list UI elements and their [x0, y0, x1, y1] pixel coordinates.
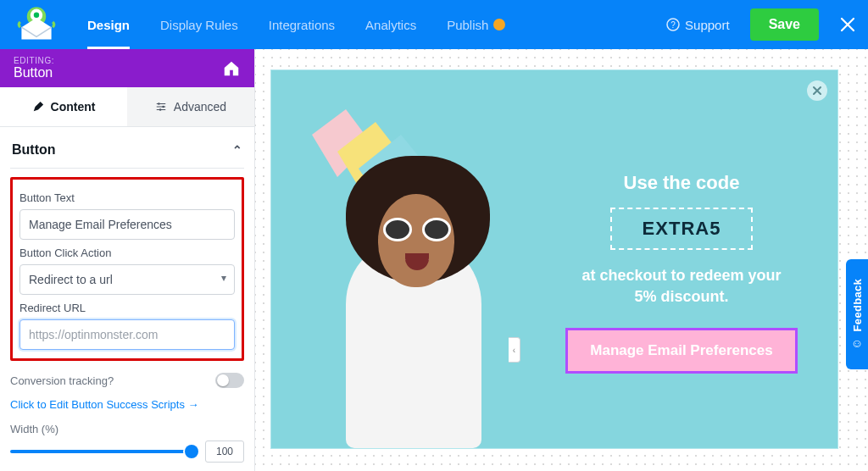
- home-button[interactable]: [222, 59, 241, 78]
- brand-logo[interactable]: [0, 0, 72, 49]
- side-panel: EDITING: Button Content Advanced Button …: [0, 49, 255, 471]
- tab-label: Display Rules: [160, 18, 238, 32]
- main-area: EDITING: Button Content Advanced Button …: [0, 49, 868, 471]
- tab-label: Integrations: [269, 18, 335, 32]
- tab-publish[interactable]: Publish: [431, 0, 520, 49]
- width-slider[interactable]: [10, 450, 197, 453]
- tab-integrations[interactable]: Integrations: [253, 0, 350, 49]
- editing-small-label: EDITING:: [14, 56, 54, 65]
- click-action-label: Button Click Action: [19, 247, 235, 259]
- click-action-select[interactable]: [19, 264, 235, 295]
- section-button-header[interactable]: Button ⌃: [10, 139, 244, 169]
- close-editor-button[interactable]: [827, 0, 868, 49]
- campaign-subtext: at checkout to redeem your 5% discount.: [546, 265, 817, 308]
- nav-tabs: Design Display Rules Integrations Analyt…: [72, 0, 520, 49]
- section-title-text: Button: [12, 142, 56, 158]
- pencil-icon: [32, 101, 44, 113]
- support-label: Support: [685, 18, 730, 32]
- campaign-preview[interactable]: Use the code EXTRA5 at checkout to redee…: [270, 69, 838, 449]
- svg-point-7: [159, 108, 162, 111]
- feedback-label: Feedback: [851, 279, 864, 331]
- svg-point-5: [158, 103, 160, 105]
- chevron-up-icon: ⌃: [232, 143, 242, 157]
- button-text-input[interactable]: [19, 209, 235, 240]
- redirect-url-label: Redirect URL: [19, 302, 235, 314]
- side-tab-label: Content: [51, 100, 96, 114]
- tab-analytics[interactable]: Analytics: [350, 0, 431, 49]
- preview-canvas[interactable]: ‹ Use the code EXTRA5: [255, 49, 868, 471]
- tab-label: Design: [87, 18, 130, 32]
- side-tabs: Content Advanced: [0, 87, 254, 128]
- campaign-sub-line2: 5% discount.: [634, 288, 728, 305]
- campaign-close-button[interactable]: [807, 80, 827, 101]
- close-icon: [812, 86, 822, 96]
- campaign-headline: Use the code: [546, 172, 817, 194]
- svg-text:?: ?: [670, 20, 676, 30]
- campaign-copy-column: Use the code EXTRA5 at checkout to redee…: [546, 172, 817, 374]
- campaign-hero-image: [278, 109, 532, 448]
- save-button[interactable]: Save: [750, 8, 819, 41]
- conversion-tracking-toggle[interactable]: [215, 373, 244, 388]
- help-circle-icon: ?: [666, 18, 680, 31]
- side-tab-content[interactable]: Content: [0, 87, 127, 127]
- button-text-label: Button Text: [19, 191, 235, 204]
- editing-header: EDITING: Button: [0, 49, 254, 87]
- smiley-icon: ☺: [851, 336, 863, 350]
- tab-label: Publish: [447, 18, 488, 32]
- tab-display-rules[interactable]: Display Rules: [145, 0, 253, 49]
- success-scripts-link[interactable]: Click to Edit Button Success Scripts →: [10, 398, 199, 411]
- tab-label: Analytics: [365, 18, 416, 32]
- conversion-tracking-label: Conversion tracking?: [10, 374, 114, 387]
- home-icon: [222, 59, 241, 78]
- campaign-sub-line1: at checkout to redeem your: [581, 267, 781, 284]
- panel-collapse-handle[interactable]: ‹: [509, 337, 520, 363]
- coupon-code-box[interactable]: EXTRA5: [610, 208, 754, 250]
- highlighted-settings-box: Button Text Button Click Action Redirect…: [10, 177, 244, 361]
- editing-title: Button: [14, 65, 54, 80]
- tab-design[interactable]: Design: [72, 0, 145, 49]
- side-tab-advanced[interactable]: Advanced: [127, 87, 254, 127]
- width-number-input[interactable]: [205, 441, 244, 463]
- redirect-url-input[interactable]: [19, 319, 235, 350]
- side-tab-label: Advanced: [174, 100, 226, 114]
- width-slider-row: [10, 441, 244, 463]
- support-link[interactable]: ? Support: [654, 18, 742, 32]
- campaign-cta-button[interactable]: Manage Email Preferences: [565, 328, 797, 374]
- optinmonster-logo-icon: [16, 4, 57, 45]
- conversion-tracking-row: Conversion tracking?: [10, 373, 244, 388]
- svg-point-2: [33, 13, 38, 18]
- width-label: Width (%): [10, 423, 244, 435]
- close-icon: [839, 16, 856, 33]
- feedback-tab[interactable]: Feedback ☺: [846, 259, 868, 369]
- svg-point-6: [162, 106, 164, 108]
- publish-status-dot-icon: [493, 19, 505, 30]
- side-body: Button ⌃ Button Text Button Click Action…: [0, 127, 254, 471]
- top-nav: Design Display Rules Integrations Analyt…: [0, 0, 868, 49]
- sliders-icon: [155, 101, 167, 113]
